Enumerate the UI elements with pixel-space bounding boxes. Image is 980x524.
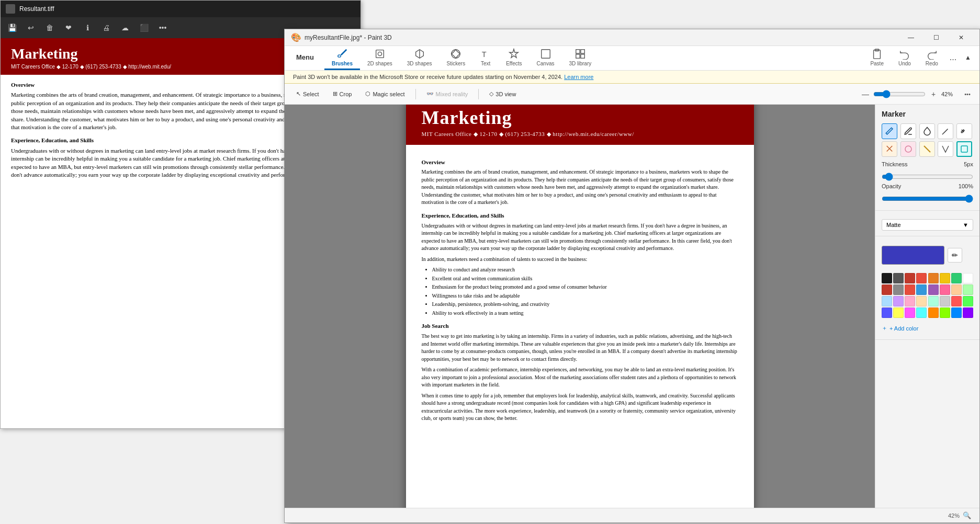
color-cell-3-8[interactable] xyxy=(963,296,973,306)
color-cell-2-1[interactable] xyxy=(882,284,892,295)
svg-rect-8 xyxy=(576,54,580,58)
color-cell-3-5[interactable] xyxy=(928,296,939,306)
color-cell-darkgray[interactable] xyxy=(893,273,904,283)
tab-text[interactable]: T Text xyxy=(472,46,499,70)
minimize-button[interactable]: — xyxy=(899,29,923,46)
color-cell-3-2[interactable] xyxy=(893,296,904,306)
bg-toolbar-btn-4[interactable]: ❤ xyxy=(61,20,76,35)
zoom-value: 42% xyxy=(941,91,960,97)
zoom-in-btn[interactable]: + xyxy=(928,88,939,100)
color-cell-4-2[interactable] xyxy=(893,307,904,318)
svg-rect-9 xyxy=(581,54,584,58)
current-color-swatch[interactable] xyxy=(882,246,944,265)
select-tool[interactable]: ↖ Select xyxy=(291,88,324,99)
brush-type8[interactable] xyxy=(919,141,935,157)
color-cell-4-6[interactable] xyxy=(940,307,950,318)
tab-3dshapes[interactable]: 3D shapes xyxy=(400,46,440,70)
paste-btn[interactable]: Paste xyxy=(863,46,891,70)
brush-pencil-thin[interactable] xyxy=(938,123,953,139)
maximize-button[interactable]: ☐ xyxy=(924,29,948,46)
tab-effects[interactable]: Effects xyxy=(499,46,529,70)
add-color-button[interactable]: ＋ + Add color xyxy=(882,322,918,334)
color-cell-4-3[interactable] xyxy=(905,307,915,318)
document-preview: Marketing MIT Careers Office ◆ 12-170 ◆ … xyxy=(406,105,754,508)
tab-2dshapes[interactable]: 2D shapes xyxy=(360,46,400,70)
color-cell-red[interactable] xyxy=(916,273,927,283)
tab-canvas[interactable]: Canvas xyxy=(530,46,562,70)
notification-link[interactable]: Learn more xyxy=(564,74,593,80)
bg-toolbar-btn-7[interactable]: ☁ xyxy=(118,20,132,35)
color-cell-white[interactable] xyxy=(963,273,973,283)
bg-toolbar-btn-3[interactable]: 🗑 xyxy=(42,20,57,35)
close-button[interactable]: ✕ xyxy=(949,29,973,46)
zoom-more-btn[interactable]: ••• xyxy=(962,88,973,100)
color-cell-3-4[interactable] xyxy=(916,296,927,306)
color-cell-black[interactable] xyxy=(882,273,892,283)
bullet-5: Leadership, persistence, problem-solving… xyxy=(432,301,738,309)
statusbar: 42% 🔍 xyxy=(285,508,979,522)
canvas-area[interactable]: Marketing MIT Careers Office ◆ 12-170 ◆ … xyxy=(285,105,875,508)
opacity-slider[interactable] xyxy=(882,195,973,203)
paint3d-titlebar: 🎨 myResultantFile.jpg* - Paint 3D — ☐ ✕ xyxy=(285,29,979,46)
color-cell-3-1[interactable] xyxy=(882,296,892,306)
doc-exp-text: Undergraduates with or without degrees i… xyxy=(422,222,738,253)
color-cell-2-2[interactable] xyxy=(893,284,904,295)
color-cell-green[interactable] xyxy=(951,273,962,283)
color-cell-2-5[interactable] xyxy=(928,284,939,295)
statusbar-zoom-icon[interactable]: 🔍 xyxy=(963,511,971,519)
undo-btn[interactable]: Undo xyxy=(891,46,918,70)
brush-pen[interactable] xyxy=(900,123,916,139)
bg-toolbar-btn-6[interactable]: 🖨 xyxy=(99,20,114,35)
tab-3dlibrary[interactable]: 3D library xyxy=(561,46,599,70)
bg-toolbar-btn-9[interactable]: ••• xyxy=(155,20,170,35)
view-3d-tool[interactable]: ◇ 3D view xyxy=(484,88,521,99)
bg-toolbar-btn-5[interactable]: ℹ xyxy=(80,20,95,35)
color-cell-3-3[interactable] xyxy=(905,296,915,306)
color-cell-yellow[interactable] xyxy=(940,273,950,283)
brush-type6[interactable] xyxy=(882,141,897,157)
more-btn[interactable]: ... xyxy=(945,46,961,70)
color-cell-4-4[interactable] xyxy=(916,307,927,318)
brush-marker[interactable] xyxy=(882,123,897,139)
color-cell-4-8[interactable] xyxy=(963,307,973,318)
thickness-slider[interactable] xyxy=(882,173,973,181)
color-cell-red-dark[interactable] xyxy=(905,273,915,283)
bg-toolbar-btn-1[interactable]: 💾 xyxy=(5,20,19,35)
thickness-row: Thickness 5px xyxy=(882,161,973,167)
matte-dropdown[interactable]: Matte ▼ xyxy=(882,219,973,231)
tab-brushes[interactable]: Brushes xyxy=(324,46,360,70)
tab-stickers[interactable]: Stickers xyxy=(440,46,473,70)
brush-type5[interactable] xyxy=(956,123,972,139)
color-cell-4-7[interactable] xyxy=(951,307,962,318)
brush-watercolor[interactable] xyxy=(919,123,935,139)
menu-tab[interactable]: Menu xyxy=(289,46,324,70)
doc-header: Marketing MIT Careers Office ◆ 12-170 ◆ … xyxy=(406,105,754,145)
color-cell-2-8[interactable] xyxy=(963,284,973,295)
color-cell-3-7[interactable] xyxy=(951,296,962,306)
color-cell-2-7[interactable] xyxy=(951,284,962,295)
zoom-slider[interactable] xyxy=(873,90,926,98)
zoom-out-btn[interactable]: — xyxy=(860,88,871,100)
svg-point-3 xyxy=(452,50,460,59)
color-cell-3-6[interactable] xyxy=(940,296,950,306)
collapse-btn[interactable]: ▲ xyxy=(961,46,975,70)
color-cell-4-5[interactable] xyxy=(928,307,939,318)
edit-color-btn[interactable]: ✏ xyxy=(948,248,962,263)
color-cell-4-1[interactable] xyxy=(882,307,892,318)
color-cell-orange[interactable] xyxy=(928,273,939,283)
brush-type10[interactable] xyxy=(956,141,972,157)
magic-select-tool[interactable]: ⬡ Magic select xyxy=(360,88,410,99)
color-cell-2-4[interactable] xyxy=(916,284,927,295)
brush-type7[interactable] xyxy=(900,141,916,157)
crop-tool[interactable]: ⊞ Crop xyxy=(328,88,357,99)
matte-label: Matte xyxy=(886,222,901,228)
bg-toolbar-btn-8[interactable]: ⬛ xyxy=(137,20,151,35)
svg-rect-7 xyxy=(581,50,584,53)
bg-toolbar-btn-2[interactable]: ↩ xyxy=(24,20,38,35)
brush-type9[interactable] xyxy=(938,141,953,157)
titlebar-left: 🎨 myResultantFile.jpg* - Paint 3D xyxy=(291,32,392,42)
redo-btn[interactable]: Redo xyxy=(918,46,945,70)
color-cell-2-3[interactable] xyxy=(905,284,915,295)
color-cell-2-6[interactable] xyxy=(940,284,950,295)
mixed-reality-tool[interactable]: 👓 Mixed reality xyxy=(421,88,474,99)
